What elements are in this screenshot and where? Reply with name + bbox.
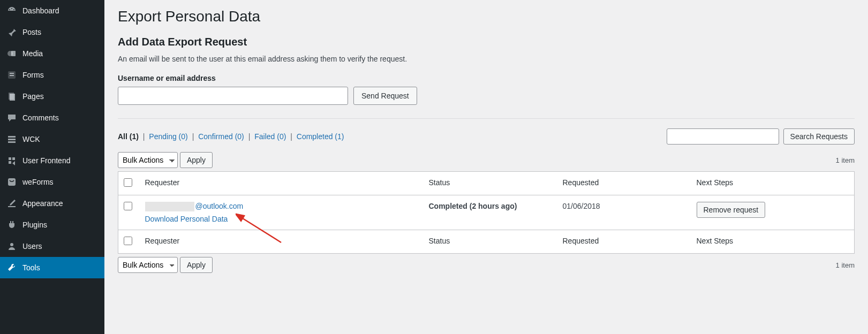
redacted-email-prefix bbox=[145, 202, 194, 211]
sidebar-item-label: Media bbox=[22, 49, 43, 58]
plugins-icon bbox=[6, 219, 17, 230]
sidebar-item-comments[interactable]: Comments bbox=[0, 107, 104, 128]
sidebar-item-pages[interactable]: Pages bbox=[0, 86, 104, 107]
media-icon bbox=[6, 48, 17, 59]
sidebar-item-posts[interactable]: Posts bbox=[0, 21, 104, 43]
row-checkbox[interactable] bbox=[124, 202, 132, 210]
sidebar-item-users[interactable]: Users bbox=[0, 236, 104, 257]
users-icon bbox=[6, 241, 17, 252]
col-header-requester[interactable]: Requester bbox=[140, 172, 424, 195]
weforms-icon bbox=[6, 177, 17, 187]
sidebar-item-label: Dashboard bbox=[22, 6, 59, 15]
comments-icon bbox=[6, 112, 17, 123]
sidebar-item-label: User Frontend bbox=[22, 156, 70, 165]
filter-completed[interactable]: Completed (1) bbox=[297, 132, 344, 141]
table-row: @outlook.com Download Personal Data Comp… bbox=[118, 195, 855, 230]
apply-button-top[interactable]: Apply bbox=[180, 152, 213, 168]
svg-rect-9 bbox=[8, 141, 16, 143]
filter-confirmed[interactable]: Confirmed (0) bbox=[198, 132, 244, 141]
select-all-bottom[interactable] bbox=[124, 237, 132, 245]
pages-icon bbox=[6, 91, 17, 102]
page-title: Export Personal Data bbox=[118, 8, 855, 25]
col-footer-next-steps: Next Steps bbox=[691, 230, 855, 254]
svg-rect-8 bbox=[8, 139, 16, 140]
filter-all[interactable]: All (1) bbox=[118, 132, 139, 141]
status-filters: All (1) | Pending (0) | Confirmed (0) | … bbox=[118, 132, 344, 141]
col-footer-status: Status bbox=[424, 230, 557, 254]
page-subtitle: Add Data Export Request bbox=[118, 36, 855, 48]
sidebar-item-plugins[interactable]: Plugins bbox=[0, 214, 104, 236]
tools-icon bbox=[6, 262, 17, 273]
row-requested: 01/06/2018 bbox=[557, 195, 691, 230]
username-email-label: Username or email address bbox=[118, 74, 855, 82]
forms-icon bbox=[6, 70, 17, 80]
dashboard-icon bbox=[6, 5, 17, 16]
sidebar-item-userfrontend[interactable]: User Frontend bbox=[0, 150, 104, 171]
sidebar-item-label: Users bbox=[22, 242, 42, 250]
sidebar-item-label: Tools bbox=[22, 263, 40, 272]
filter-pending[interactable]: Pending (0) bbox=[149, 132, 187, 141]
sidebar-item-label: Appearance bbox=[22, 199, 63, 208]
sidebar-item-label: Comments bbox=[22, 113, 59, 122]
requests-table: Requester Status Requested Next Steps @o… bbox=[118, 171, 855, 254]
col-header-status: Status bbox=[424, 172, 557, 195]
col-header-requested[interactable]: Requested bbox=[557, 172, 691, 195]
sidebar-item-label: Pages bbox=[22, 92, 44, 101]
page-description: An email will be sent to the user at thi… bbox=[118, 55, 855, 63]
col-footer-requester[interactable]: Requester bbox=[140, 230, 424, 254]
bulk-actions-select-top[interactable]: Bulk Actions bbox=[118, 152, 178, 168]
bulk-actions-select-bottom[interactable]: Bulk Actions bbox=[118, 257, 178, 273]
search-requests-button[interactable]: Search Requests bbox=[783, 128, 855, 145]
sidebar-item-appearance[interactable]: Appearance bbox=[0, 193, 104, 214]
userfrontend-icon bbox=[6, 155, 17, 166]
sidebar-item-forms[interactable]: Forms bbox=[0, 64, 104, 86]
sidebar-item-label: Forms bbox=[22, 71, 44, 79]
svg-rect-4 bbox=[10, 75, 14, 76]
col-footer-requested[interactable]: Requested bbox=[557, 230, 691, 254]
item-count-bottom: 1 item bbox=[836, 261, 855, 269]
filter-failed[interactable]: Failed (0) bbox=[254, 132, 286, 141]
requester-email[interactable]: @outlook.com bbox=[195, 202, 244, 210]
username-email-input[interactable] bbox=[118, 87, 348, 105]
col-header-next-steps: Next Steps bbox=[691, 172, 855, 195]
sidebar-item-tools[interactable]: Tools bbox=[0, 257, 104, 278]
apply-button-bottom[interactable]: Apply bbox=[180, 257, 213, 273]
svg-rect-11 bbox=[8, 206, 16, 207]
sidebar-item-label: weForms bbox=[22, 178, 54, 186]
item-count-top: 1 item bbox=[836, 156, 855, 164]
sidebar-item-label: Posts bbox=[22, 28, 41, 36]
row-status: Completed (2 hours ago) bbox=[429, 202, 517, 210]
svg-rect-1 bbox=[11, 51, 16, 56]
remove-request-button[interactable]: Remove request bbox=[697, 202, 766, 218]
divider bbox=[118, 118, 855, 119]
select-all-top[interactable] bbox=[124, 178, 132, 187]
svg-rect-3 bbox=[10, 73, 14, 74]
sidebar-item-label: Plugins bbox=[22, 221, 47, 229]
main-content: Export Personal Data Add Data Export Req… bbox=[104, 0, 868, 334]
admin-sidebar: Dashboard Posts Media Forms Pages Commen… bbox=[0, 0, 104, 334]
pin-icon bbox=[6, 27, 17, 37]
sidebar-item-media[interactable]: Media bbox=[0, 43, 104, 64]
download-personal-data-link[interactable]: Download Personal Data bbox=[145, 215, 228, 223]
svg-point-12 bbox=[10, 243, 13, 246]
sidebar-item-weforms[interactable]: weForms bbox=[0, 171, 104, 193]
appearance-icon bbox=[6, 198, 17, 209]
wck-icon bbox=[6, 134, 17, 145]
sidebar-item-dashboard[interactable]: Dashboard bbox=[0, 0, 104, 21]
search-requests-input[interactable] bbox=[667, 128, 779, 145]
sidebar-item-wck[interactable]: WCK bbox=[0, 128, 104, 150]
svg-rect-7 bbox=[8, 136, 16, 138]
svg-rect-6 bbox=[10, 94, 15, 101]
sidebar-item-label: WCK bbox=[22, 135, 40, 143]
send-request-button[interactable]: Send Request bbox=[353, 87, 417, 105]
